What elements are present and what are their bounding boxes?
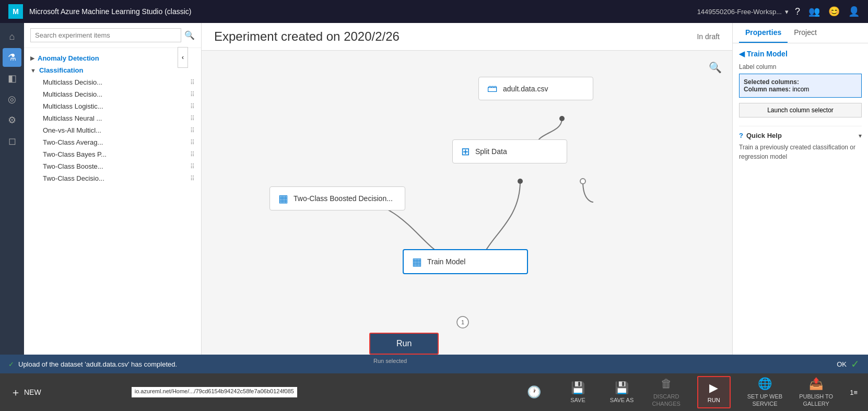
status-bar: ✓ Upload of the dataset 'adult.data.csv'… xyxy=(0,355,868,373)
nav-experiments-icon[interactable]: ⚗ xyxy=(3,48,21,67)
dataset-icon: 🗃 xyxy=(487,83,498,95)
split-icon: ⊞ xyxy=(461,145,470,158)
history-icon: 🕐 xyxy=(527,385,541,399)
feedback-icon[interactable]: 😊 xyxy=(828,6,840,17)
save-as-button[interactable]: 💾 SAVE AS xyxy=(608,381,635,403)
svg-text:1: 1 xyxy=(461,319,464,325)
nav-box-icon[interactable]: ◻ xyxy=(3,132,21,150)
user-avatar[interactable]: 👤 xyxy=(848,6,860,17)
app-logo: M xyxy=(8,4,23,19)
sidebar-tree: ▶ Anomaly Detection ▼ Classification Mul… xyxy=(24,48,201,355)
svg-point-7 xyxy=(457,316,468,328)
svg-point-0 xyxy=(559,116,565,121)
setup-web-service-button[interactable]: 🌐 SET UP WEBSERVICE xyxy=(747,377,782,408)
right-panel-content: ◀ Train Model Label column Selected colu… xyxy=(733,43,868,355)
web-service-icon: 🌐 xyxy=(758,377,772,391)
search-bar: 🔍 xyxy=(24,23,201,48)
save-button[interactable]: 💾 SAVE xyxy=(564,381,591,403)
canvas-header: Experiment created on 2020/2/26 In draft xyxy=(202,23,732,51)
sidebar-collapse-btn[interactable]: ‹ xyxy=(178,47,188,68)
tab-project[interactable]: Project xyxy=(788,23,823,43)
bottom-toolbar: ＋ NEW io.azureml.net/Home/.../79cd6154b9… xyxy=(0,373,868,411)
col-names-label: Column names: xyxy=(744,86,791,93)
right-panel-tabs: Properties Project xyxy=(733,23,868,43)
canvas-body[interactable]: 🔍 1 xyxy=(202,51,732,355)
run-selected-label: Run selected xyxy=(373,358,407,364)
node-train-model[interactable]: ▦ Train Model xyxy=(403,249,528,274)
discard-button[interactable]: 🗑 DISCARDCHANGES xyxy=(652,377,680,408)
ok-label: OK xyxy=(837,360,847,368)
node-train-model-label: Train Model xyxy=(427,257,465,266)
list-item[interactable]: Multiclass Decisio...⠿ xyxy=(24,88,201,100)
list-item[interactable]: Multiclass Decisio...⠿ xyxy=(24,76,201,88)
experiment-status: In draft xyxy=(697,32,720,41)
status-success-icon: ✓ xyxy=(8,360,14,368)
list-item[interactable]: One-vs-All Multicl...⠿ xyxy=(24,124,201,136)
save-icon: 💾 xyxy=(571,381,585,395)
label-column-label: Label column xyxy=(739,63,862,71)
nav-globe-icon[interactable]: ◎ xyxy=(3,90,21,109)
status-message: Upload of the dataset 'adult.data.csv' h… xyxy=(18,360,837,368)
node-split-data-label: Split Data xyxy=(475,147,507,156)
canvas-area: Experiment created on 2020/2/26 In draft… xyxy=(202,23,732,355)
chevron-down-icon: ▾ xyxy=(859,132,862,139)
left-nav: ⌂ ⚗ ◧ ◎ ⚙ ◻ xyxy=(0,23,24,355)
status-ok-group: OK ✓ xyxy=(837,358,860,370)
publish-gallery-button[interactable]: 📤 PUBLISH TOGALLERY xyxy=(799,377,833,408)
search-input[interactable] xyxy=(30,28,181,42)
svg-point-2 xyxy=(518,179,523,184)
caret-right-icon: ▶ xyxy=(30,55,34,62)
tab-properties[interactable]: Properties xyxy=(739,23,788,43)
quick-help-title: ? Quick Help xyxy=(739,132,782,139)
list-item[interactable]: Two-Class Decisio...⠿ xyxy=(24,172,201,184)
run-button[interactable]: ▶ RUN xyxy=(697,376,731,408)
help-icon[interactable]: ? xyxy=(795,6,800,17)
quick-help-text: Train a previously created classificatio… xyxy=(739,143,862,161)
list-item[interactable]: Multiclass Neural ...⠿ xyxy=(24,112,201,124)
node-two-class-boosted[interactable]: ▦ Two-Class Boosted Decision... xyxy=(269,186,405,210)
sidebar: ‹ 🔍 ▶ Anomaly Detection ▼ Classification… xyxy=(24,23,202,355)
history-button[interactable]: 🕐 xyxy=(520,385,547,399)
list-item[interactable]: Multiclass Logistic...⠿ xyxy=(24,100,201,112)
svg-point-6 xyxy=(580,179,585,184)
workspace-selector[interactable]: 1449550206-Free-Worksp... ▾ xyxy=(697,8,789,16)
nav-layers-icon[interactable]: ◧ xyxy=(3,69,21,88)
sidebar-item-classification[interactable]: ▼ Classification xyxy=(24,64,201,76)
node-adult-csv-label: adult.data.csv xyxy=(503,85,548,93)
page-number: 1≡ xyxy=(850,389,858,396)
save-as-icon: 💾 xyxy=(615,381,629,395)
title-bar: M Microsoft Azure Machine Learning Studi… xyxy=(0,0,868,23)
quick-help-toggle[interactable]: ? Quick Help ▾ xyxy=(739,126,862,143)
run-popup[interactable]: Run xyxy=(369,333,439,355)
list-item[interactable]: Two-Class Booste...⠿ xyxy=(24,160,201,172)
ok-check-icon: ✓ xyxy=(851,358,860,370)
experiment-title: Experiment created on 2020/2/26 xyxy=(214,29,400,44)
nav-home-icon[interactable]: ⌂ xyxy=(3,27,21,46)
run-icon: ▶ xyxy=(709,381,718,395)
url-bar: io.azureml.net/Home/.../79cd6154b94242c5… xyxy=(132,387,297,397)
prop-section-title: ◀ Train Model xyxy=(739,50,862,58)
search-icon: 🔍 xyxy=(184,30,195,40)
list-item[interactable]: Two-Class Bayes P...⠿ xyxy=(24,148,201,160)
quick-help-section: ? Quick Help ▾ Train a previously create… xyxy=(739,126,862,161)
selected-columns-box: Selected columns: Column names: incom xyxy=(739,74,862,98)
app-title: Microsoft Azure Machine Learning Studio … xyxy=(29,7,691,16)
canvas-search-btn[interactable]: 🔍 xyxy=(709,61,722,74)
train-model-icon: ▦ xyxy=(412,255,422,268)
launch-column-selector-button[interactable]: Launch column selector xyxy=(739,103,862,118)
sidebar-item-anomaly-detection[interactable]: ▶ Anomaly Detection xyxy=(24,52,201,64)
node-split-data[interactable]: ⊞ Split Data xyxy=(452,139,567,163)
nav-gear-icon[interactable]: ⚙ xyxy=(3,111,21,130)
algorithm-icon: ▦ xyxy=(278,192,288,205)
right-panel: Properties Project ◀ Train Model Label c… xyxy=(732,23,868,355)
caret-down-icon: ▼ xyxy=(30,67,36,74)
node-two-class-boosted-label: Two-Class Boosted Decision... xyxy=(294,194,393,203)
plus-icon: ＋ xyxy=(10,385,21,400)
title-bar-icons: ? 👥 😊 👤 xyxy=(795,6,860,17)
node-adult-csv[interactable]: 🗃 adult.data.csv xyxy=(478,77,593,100)
new-button[interactable]: ＋ NEW xyxy=(10,385,41,400)
list-item[interactable]: Two-Class Averag...⠿ xyxy=(24,136,201,148)
discard-icon: 🗑 xyxy=(661,377,672,391)
community-icon[interactable]: 👥 xyxy=(808,6,820,17)
publish-icon: 📤 xyxy=(809,377,823,391)
